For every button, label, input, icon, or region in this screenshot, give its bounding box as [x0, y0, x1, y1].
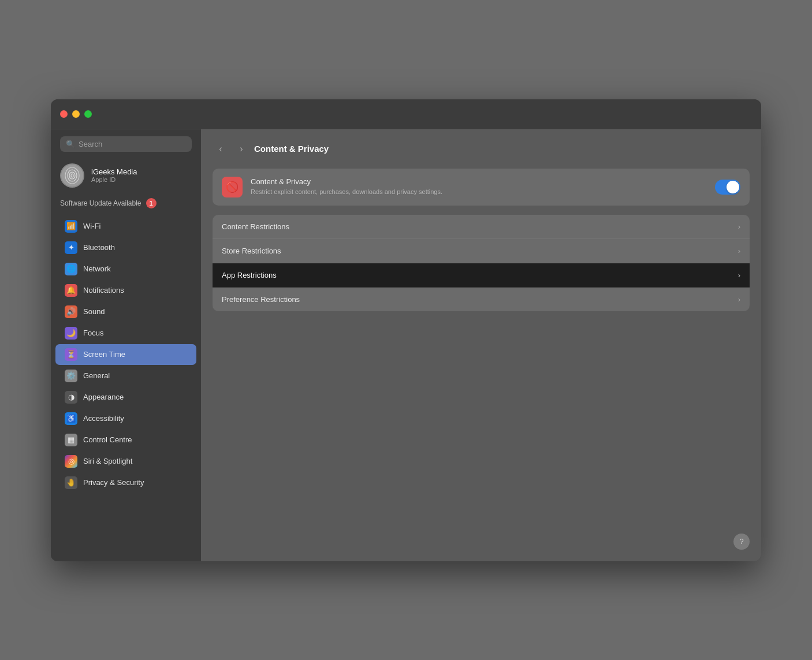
svg-point-0 — [61, 165, 83, 187]
help-icon: ? — [739, 537, 743, 546]
sidebar-item-label-focus: Focus — [83, 329, 103, 337]
chevron-right-icon-preference-restrictions: › — [738, 295, 740, 304]
controlcentre-icon: ▦ — [65, 434, 77, 446]
accessibility-icon: ♿ — [65, 412, 77, 425]
list-row-label-store-restrictions: Store Restrictions — [222, 247, 732, 255]
page-title: Content & Privacy — [254, 144, 329, 154]
sidebar-item-label-notifications: Notifications — [83, 286, 124, 294]
minimize-button[interactable] — [72, 110, 80, 118]
focus-icon: 🌙 — [65, 327, 77, 340]
software-update-item[interactable]: Software Update Available 1 — [51, 195, 201, 214]
content-privacy-card: 🚫 Content & Privacy Restrict explicit co… — [213, 169, 750, 206]
sidebar-item-label-general: General — [83, 371, 110, 380]
toggle-knob — [727, 181, 739, 193]
content-privacy-header-row[interactable]: 🚫 Content & Privacy Restrict explicit co… — [213, 169, 750, 206]
content-privacy-icon: 🚫 — [222, 177, 243, 197]
wifi-icon: 📶 — [65, 220, 77, 233]
chevron-right-icon-content-restrictions: › — [738, 222, 740, 231]
sidebar-item-notifications[interactable]: 🔔Notifications — [55, 280, 196, 301]
back-chevron-icon: ‹ — [219, 144, 222, 154]
titlebar — [51, 99, 761, 129]
sidebar-item-wifi[interactable]: 📶Wi-Fi — [55, 216, 196, 237]
sidebar-item-siri[interactable]: ◎Siri & Spotlight — [55, 451, 196, 472]
sidebar-item-label-appearance: Appearance — [83, 393, 124, 401]
sidebar-item-label-sound: Sound — [83, 307, 105, 316]
user-subtitle: Apple ID — [91, 176, 137, 183]
sidebar-item-sound[interactable]: 🔊Sound — [55, 301, 196, 322]
user-name: iGeeks Media — [91, 167, 137, 176]
list-row-label-content-restrictions: Content Restrictions — [222, 222, 732, 231]
screentime-icon: ⏳ — [65, 348, 77, 361]
list-row-label-app-restrictions: App Restrictions — [222, 271, 732, 279]
sidebar-item-privacy[interactable]: 🤚Privacy & Security — [55, 472, 196, 493]
list-row-preference-restrictions[interactable]: Preference Restrictions› — [213, 288, 750, 311]
forward-button[interactable]: › — [233, 141, 249, 157]
system-preferences-window: 🔍 iGeeks Media — [51, 99, 761, 561]
no-entry-icon: 🚫 — [226, 181, 239, 193]
sidebar-item-label-wifi: Wi-Fi — [83, 222, 100, 230]
sidebar-item-controlcentre[interactable]: ▦Control Centre — [55, 430, 196, 450]
list-row-store-restrictions[interactable]: Store Restrictions› — [213, 239, 750, 263]
main-content: 🔍 iGeeks Media — [51, 129, 761, 561]
privacy-icon: 🤚 — [65, 476, 77, 489]
back-button[interactable]: ‹ — [213, 141, 229, 157]
bluetooth-icon: ✦ — [65, 241, 77, 254]
sidebar-item-label-bluetooth: Bluetooth — [83, 243, 115, 252]
sidebar-section-connectivity: 📶Wi-Fi✦Bluetooth🌐Network🔔Notifications🔊S… — [51, 214, 201, 495]
appearance-icon: ◑ — [65, 391, 77, 404]
sidebar-item-label-screentime: Screen Time — [83, 350, 125, 359]
siri-icon: ◎ — [65, 455, 77, 468]
sidebar-item-network[interactable]: 🌐Network — [55, 259, 196, 279]
sidebar-item-accessibility[interactable]: ♿Accessibility — [55, 408, 196, 429]
search-container: 🔍 — [51, 129, 201, 159]
sidebar-item-focus[interactable]: 🌙Focus — [55, 323, 196, 344]
sidebar-item-label-accessibility: Accessibility — [83, 414, 124, 423]
chevron-right-icon-store-restrictions: › — [738, 247, 740, 255]
sidebar-item-label-controlcentre: Control Centre — [83, 435, 132, 444]
sound-icon: 🔊 — [65, 305, 77, 318]
sidebar-item-label-privacy: Privacy & Security — [83, 478, 144, 487]
list-row-label-preference-restrictions: Preference Restrictions — [222, 295, 732, 304]
search-wrapper[interactable]: 🔍 — [60, 136, 192, 152]
detail-panel: ‹ › Content & Privacy 🚫 Content & Privac… — [201, 129, 761, 561]
content-privacy-title: Content & Privacy — [251, 177, 707, 186]
traffic-lights — [60, 110, 92, 118]
sidebar-item-label-network: Network — [83, 264, 111, 273]
general-icon: ⚙️ — [65, 370, 77, 382]
search-icon: 🔍 — [66, 140, 75, 148]
sidebar-item-general[interactable]: ⚙️General — [55, 366, 196, 386]
list-row-app-restrictions[interactable]: App Restrictions› — [213, 263, 750, 288]
sidebar: 🔍 iGeeks Media — [51, 129, 201, 561]
chevron-right-icon-app-restrictions: › — [738, 271, 740, 279]
sidebar-item-screentime[interactable]: ⏳Screen Time — [55, 344, 196, 365]
sidebar-item-appearance[interactable]: ◑Appearance — [55, 387, 196, 408]
user-info: iGeeks Media Apple ID — [91, 167, 137, 183]
help-button[interactable]: ? — [733, 534, 750, 550]
sidebar-item-bluetooth[interactable]: ✦Bluetooth — [55, 237, 196, 258]
maximize-button[interactable] — [84, 110, 92, 118]
restrictions-list: Content Restrictions›Store Restrictions›… — [213, 215, 750, 311]
network-icon: 🌐 — [65, 263, 77, 275]
sidebar-item-label-siri: Siri & Spotlight — [83, 457, 132, 465]
list-row-content-restrictions[interactable]: Content Restrictions› — [213, 215, 750, 239]
notifications-icon: 🔔 — [65, 284, 77, 297]
software-update-badge: 1 — [146, 198, 157, 208]
search-input[interactable] — [79, 140, 186, 148]
content-privacy-subtitle: Restrict explicit content, purchases, do… — [251, 188, 707, 196]
user-profile[interactable]: iGeeks Media Apple ID — [51, 159, 201, 195]
avatar — [60, 163, 84, 188]
close-button[interactable] — [60, 110, 68, 118]
content-privacy-info: Content & Privacy Restrict explicit cont… — [251, 177, 707, 196]
content-privacy-toggle[interactable] — [715, 180, 740, 195]
software-update-label: Software Update Available — [60, 199, 141, 207]
forward-chevron-icon: › — [240, 144, 243, 154]
detail-nav: ‹ › Content & Privacy — [213, 141, 750, 157]
